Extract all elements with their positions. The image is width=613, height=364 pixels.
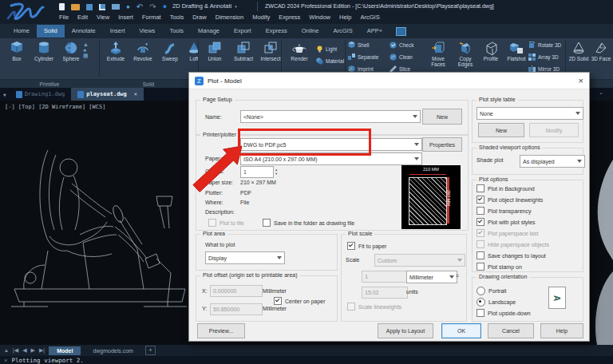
scale-unit-select[interactable]: Millimeter: [406, 271, 457, 283]
close-tab-icon[interactable]: ×: [134, 91, 137, 97]
next-tab-icon[interactable]: ▶: [31, 347, 35, 354]
tab-solid[interactable]: Solid: [37, 25, 65, 38]
shade-plot-select[interactable]: As displayed: [520, 155, 585, 168]
panel-label-solid[interactable]: Solid: [101, 81, 196, 87]
tab-express[interactable]: Express: [259, 25, 295, 38]
ribbon-button-light[interactable]: Light: [316, 43, 344, 55]
menu-file[interactable]: File: [59, 14, 69, 21]
ribbon-button-sweep[interactable]: Sweep: [156, 41, 184, 61]
preview-button[interactable]: Preview...: [197, 323, 245, 338]
ribbon-button-move-faces[interactable]: Move Faces: [425, 41, 452, 68]
command-line[interactable]: × Plotting viewport 2.: [0, 356, 613, 364]
save-in-folder-checkbox[interactable]: Save in the folder as drawing file: [263, 219, 354, 227]
undo-icon[interactable]: ↶: [136, 3, 143, 11]
tab-online[interactable]: Online: [295, 25, 326, 38]
page-setup-name-select[interactable]: <None>: [240, 110, 421, 123]
open-file-icon[interactable]: [71, 4, 80, 10]
menu-modify[interactable]: Modify: [252, 14, 270, 21]
tab-insert[interactable]: Insert: [103, 25, 132, 38]
stepper-arrows-icon[interactable]: ▴▾: [275, 166, 277, 178]
plot-style-select[interactable]: None: [477, 107, 583, 120]
plot-stamp-on-checkbox[interactable]: Plot stamp on: [477, 263, 522, 271]
doc-tab-drawing1[interactable]: Drawing1.dwg: [10, 88, 72, 101]
add-layout-tab-button[interactable]: +: [145, 346, 156, 355]
copies-stepper[interactable]: 1 ▴▾: [240, 166, 277, 178]
model-tab[interactable]: Model: [49, 346, 81, 355]
primitive-extra-shapes[interactable]: ▲ ● ▦: [83, 42, 89, 59]
workspace-dropdown[interactable]: 2D Drafting & Annotati ▾: [172, 2, 237, 10]
plot-upside-down-checkbox[interactable]: Plot upside-down: [477, 309, 531, 317]
ribbon-button-cylinder[interactable]: Cylinder: [30, 41, 57, 61]
panel-label-primitive[interactable]: Primitive: [2, 81, 97, 87]
ribbon-button-render[interactable]: Render: [286, 41, 313, 61]
properties-button[interactable]: Properties: [422, 137, 462, 152]
tab-app-plus[interactable]: APP+: [360, 25, 390, 38]
menu-window[interactable]: Window: [309, 14, 330, 21]
ribbon-button-intersect[interactable]: Intersect: [257, 41, 284, 61]
plot-object-lineweights-checkbox[interactable]: Plot object lineweights: [477, 196, 543, 204]
ribbon-button-subtract[interactable]: Subtract: [230, 41, 257, 61]
tab-arcgis[interactable]: ArcGIS: [326, 25, 359, 38]
page-setup-new-button[interactable]: New: [422, 109, 462, 125]
last-tab-icon[interactable]: ▶|: [39, 347, 45, 354]
ribbon-button-profile[interactable]: Profile: [477, 41, 504, 61]
ribbon-button-separate[interactable]: Separate: [348, 51, 378, 63]
ribbon-button-extrude[interactable]: Extrude: [102, 41, 129, 61]
plot-style-new-button[interactable]: New: [478, 123, 524, 137]
plot-in-background-checkbox[interactable]: Plot in Background: [477, 184, 535, 192]
close-icon[interactable]: ×: [579, 76, 583, 85]
first-tab-icon[interactable]: |◀: [13, 347, 18, 354]
mesh-icon[interactable]: ▦: [83, 53, 89, 59]
tab-export[interactable]: Export: [227, 25, 259, 38]
tab-tools[interactable]: Tools: [162, 25, 191, 38]
menu-express[interactable]: Express: [279, 14, 300, 21]
save-changes-to-layout-checkbox[interactable]: Save changes to layout: [477, 251, 546, 259]
ribbon-button-rotate-3d[interactable]: Rotate 3D: [528, 39, 561, 51]
ribbon-button-shell[interactable]: Shell: [348, 39, 378, 51]
dialog-title-bar[interactable]: Z Plot - Model ×: [189, 73, 589, 89]
tab-manage[interactable]: Manage: [191, 25, 227, 38]
save-as-icon[interactable]: [99, 4, 105, 10]
redo-icon[interactable]: ↷: [149, 3, 156, 11]
menu-draw[interactable]: Draw: [192, 14, 207, 21]
cancel-button[interactable]: Cancel: [488, 323, 534, 338]
expand-tabs-icon[interactable]: ▲: [4, 348, 9, 353]
tab-annotate[interactable]: Annotate: [65, 25, 103, 38]
plot-icon[interactable]: [112, 4, 120, 10]
workspace-sphere-icon[interactable]: ●: [126, 4, 130, 10]
menu-edit[interactable]: Edit: [77, 14, 88, 21]
ribbon-button-flatshot[interactable]: Flatshot: [503, 41, 530, 61]
ribbon-button-2d-solid[interactable]: 2D Solid: [568, 41, 589, 61]
prev-tab-icon[interactable]: ◀: [22, 347, 26, 354]
tab-views[interactable]: Views: [132, 25, 163, 38]
portrait-radio[interactable]: Portrait: [477, 287, 507, 295]
ribbon-button-sphere[interactable]: Sphere: [57, 41, 85, 61]
menu-format[interactable]: Format: [142, 14, 161, 21]
ribbon-button-material[interactable]: Material: [316, 55, 344, 67]
plot-transparency-checkbox[interactable]: Plot transparency: [477, 207, 531, 215]
menu-tools[interactable]: Tools: [170, 14, 184, 21]
apply-to-layout-button[interactable]: Apply to Layout: [378, 323, 433, 338]
doc-tabs-menu-icon[interactable]: ▼: [0, 92, 10, 97]
layout-tab-dwgmodels[interactable]: dwgmodels.com: [85, 346, 141, 355]
what-to-plot-select[interactable]: Display: [205, 251, 285, 264]
ribbon-button-copy-edges[interactable]: Copy Edges: [452, 41, 479, 68]
fit-to-paper-checkbox[interactable]: Fit to paper: [347, 242, 386, 250]
ribbon-panel-toggle-icon[interactable]: [396, 27, 406, 36]
menu-dimension[interactable]: Dimension: [216, 14, 243, 21]
menu-insert[interactable]: Insert: [118, 14, 133, 21]
help-button[interactable]: Help: [540, 323, 583, 338]
ribbon-button-box[interactable]: Box: [3, 41, 30, 61]
menu-help[interactable]: Help: [339, 14, 351, 21]
ribbon-button-revolve[interactable]: Revolve: [129, 41, 156, 61]
ribbon-button-clean[interactable]: Clean: [390, 51, 413, 63]
menu-view[interactable]: View: [97, 14, 109, 21]
landscape-radio[interactable]: Landscape: [477, 298, 516, 306]
workspace-switch-icon[interactable]: ●: [163, 3, 167, 10]
save-icon[interactable]: [86, 4, 93, 10]
torus-icon[interactable]: ●: [83, 47, 89, 53]
ribbon-button-check[interactable]: Check: [390, 39, 413, 51]
plot-with-plot-styles-checkbox[interactable]: Plot with plot styles: [477, 218, 536, 226]
center-on-paper-checkbox[interactable]: Center on paper: [274, 297, 326, 305]
ribbon-collapse-chevron-icon[interactable]: ⌄: [599, 89, 603, 96]
